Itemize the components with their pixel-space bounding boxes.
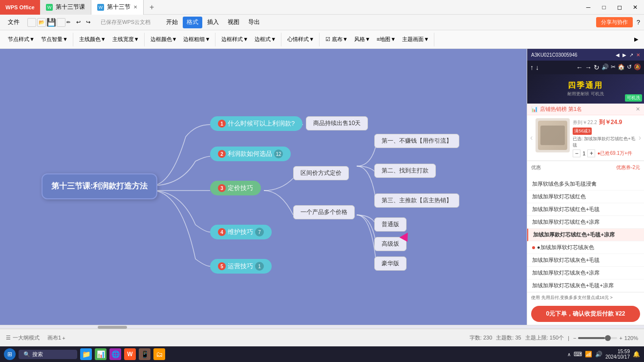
node-count-btn[interactable]: 节点智量▼: [38, 33, 71, 46]
theme-btn[interactable]: 主题画面▼: [399, 33, 432, 46]
tab-2[interactable]: W 第十三节 ✕: [91, 0, 144, 15]
help-icon[interactable]: ?: [637, 19, 640, 26]
keyboard-icon[interactable]: ⌨: [574, 351, 582, 358]
sub-child-321[interactable]: 普通版: [374, 217, 407, 232]
refresh-icon[interactable]: ↻: [594, 64, 600, 71]
zoom-in-btn[interactable]: +: [619, 335, 622, 341]
branch-3[interactable]: 3 定价技巧: [210, 181, 261, 195]
menu-insert[interactable]: 插入: [203, 17, 223, 28]
outline-mode-btn[interactable]: ☰ 一大纲模式: [6, 334, 40, 341]
network-icon[interactable]: 📶: [585, 351, 592, 358]
product-prev-icon[interactable]: ‹: [530, 133, 533, 142]
start-button[interactable]: ⊞: [4, 348, 16, 360]
line-width-btn[interactable]: 主线宽度▼: [109, 33, 142, 46]
tab2-close-icon[interactable]: ✕: [133, 4, 137, 10]
hot-rank-close-icon[interactable]: ✕: [636, 106, 640, 112]
sub-branch-31[interactable]: 区间价方式定价: [293, 166, 349, 180]
taskbar-chart-icon[interactable]: 📊: [95, 348, 107, 360]
border-color-btn[interactable]: 边框颜色▼: [148, 33, 180, 46]
volume-icon[interactable]: 🔊: [595, 351, 602, 358]
option-2[interactable]: 加绒加厚软灯芯绒红色: [527, 191, 644, 203]
border-type-btn[interactable]: 边框式▼: [252, 33, 279, 46]
arrow-up-icon[interactable]: ↑: [530, 64, 534, 71]
taskbar-file-icon[interactable]: 📁: [80, 348, 92, 360]
heart-style-btn[interactable]: 心情样式▼: [284, 33, 317, 46]
sub-child-313[interactable]: 第三、主推款【店主热销】: [374, 193, 459, 208]
border-width-btn[interactable]: 边框粗细▼: [180, 33, 213, 46]
redo-btn[interactable]: ↪: [86, 18, 95, 27]
forward-icon[interactable]: →: [585, 64, 592, 71]
video-thumbnail[interactable]: 四季通用 耐用更耐班 可机洗 可机洗: [527, 74, 644, 104]
branch1-child1[interactable]: 商品持续出售10天: [306, 116, 368, 130]
sub-branch-32[interactable]: 一个产品多个价格: [293, 205, 355, 219]
canvas[interactable]: 第十三节课:利润款打造方法 1 什么时候可以上利润款? 商品持续出售10天 2 …: [0, 49, 527, 325]
system-tray-chevron[interactable]: ∧: [567, 352, 571, 357]
menu-start[interactable]: 开始: [162, 17, 182, 28]
map-btn[interactable]: ≡地图▼: [374, 33, 399, 46]
back-icon[interactable]: ←: [576, 64, 583, 71]
right-panel-btn[interactable]: ▶: [631, 33, 641, 46]
zoom-out-btn[interactable]: −: [573, 335, 576, 341]
horizontal-scrollbar[interactable]: [0, 325, 644, 329]
maximize-button[interactable]: □: [597, 2, 611, 13]
share-button[interactable]: 分享与协作: [596, 17, 633, 27]
zoom-slider-thumb[interactable]: [605, 335, 611, 341]
sub-child-323[interactable]: 豪华版: [374, 256, 407, 271]
zoom-slider[interactable]: [578, 337, 617, 339]
branch-4[interactable]: 4 维护技巧 7: [210, 225, 272, 239]
option-8[interactable]: 加绒加厚软灯芯绒灰色+凉席: [527, 267, 644, 279]
branch-5[interactable]: 5 运营技巧 1: [210, 259, 272, 274]
sub-child-311[interactable]: 第一、不赚钱【用作引流】: [374, 134, 459, 148]
close-panel-icon[interactable]: ✕: [636, 52, 640, 58]
notification-icon[interactable]: 🔔: [633, 351, 640, 358]
menu-view[interactable]: 视图: [224, 17, 243, 28]
option-4[interactable]: 加绒加厚软灯芯绒红色+凉席: [527, 216, 644, 229]
menu-file[interactable]: 文件: [4, 17, 23, 28]
undo-btn[interactable]: ↩: [76, 18, 85, 27]
nav-expand-icon[interactable]: ↗: [629, 52, 633, 58]
arrow-down-icon[interactable]: ↓: [536, 64, 539, 71]
menu-format[interactable]: 格式: [183, 17, 202, 28]
canvas-tab-1[interactable]: 画布1: [47, 334, 61, 341]
format-btn[interactable]: [57, 18, 65, 27]
taskbar-phone-icon[interactable]: 📱: [139, 348, 150, 360]
taskbar-wps-icon[interactable]: W: [124, 348, 136, 360]
qty-minus-btn[interactable]: −: [573, 149, 580, 157]
option-9[interactable]: 加绒加厚软灯芯绒灰色+毛毯+凉席: [527, 279, 644, 292]
product-next-icon[interactable]: ›: [639, 133, 641, 142]
taskbar-browser-icon[interactable]: 🌐: [109, 348, 121, 360]
qty-plus-btn[interactable]: +: [587, 149, 595, 157]
mute-icon[interactable]: 🔕: [634, 64, 641, 71]
nav-prev-icon[interactable]: ◀: [616, 52, 620, 58]
minimize-button[interactable]: ─: [581, 2, 595, 13]
pen-btn[interactable]: ✏: [66, 18, 75, 27]
new-doc-btn[interactable]: [27, 18, 36, 27]
buy-button[interactable]: 0元下单，确认收货后付款 ¥22: [531, 306, 640, 322]
option-7[interactable]: 加绒加厚软灯芯绒灰色+毛毯: [527, 254, 644, 267]
home-icon[interactable]: 🏠: [618, 64, 625, 71]
option-5[interactable]: 加绒加厚款灯芯绒红色+毛毯+凉席: [527, 229, 644, 241]
search-bar[interactable]: 🔍 搜索: [19, 350, 77, 359]
sub-child-312[interactable]: 第二、找到主打款: [374, 164, 436, 178]
root-node[interactable]: 第十三节课:利润款打造方法: [42, 173, 157, 199]
style-btn[interactable]: 风格▼: [351, 33, 373, 46]
nav-next-icon[interactable]: ▶: [623, 52, 626, 58]
volume-icon[interactable]: 🔊: [601, 64, 609, 71]
close-button[interactable]: ✕: [628, 2, 642, 13]
branch-1[interactable]: 1 什么时候可以上利润款?: [210, 116, 302, 131]
node-style-btn[interactable]: 节点样式▼: [5, 33, 38, 46]
restore-button[interactable]: ◻: [613, 2, 626, 13]
option-3[interactable]: 加绒加厚软灯芯绒红色+毛毯: [527, 203, 644, 216]
line-color-btn[interactable]: 主线颜色▼: [76, 33, 109, 46]
options-list[interactable]: 加厚软绒色多头加毛毯浸禽 加绒加厚软灯芯绒红色 加绒加厚软灯芯绒红色+毛毯 加绒…: [527, 176, 644, 292]
option-6[interactable]: ●加绒加厚软灯芯绒灰色: [527, 241, 644, 254]
taskbar-folder-icon[interactable]: 🗂: [153, 348, 165, 360]
wps-logo[interactable]: WPS Office: [0, 0, 40, 15]
tab-1[interactable]: W 第十三节课: [40, 0, 91, 15]
border-style-btn[interactable]: 边框样式▼: [218, 33, 251, 46]
refresh2-icon[interactable]: ↺: [627, 64, 632, 71]
new-tab-btn[interactable]: +: [144, 0, 160, 15]
branch-2[interactable]: 2 利润款如何选品 12: [210, 147, 291, 161]
scissors-icon[interactable]: ✂: [611, 64, 616, 71]
open-btn[interactable]: 📂: [37, 18, 46, 27]
